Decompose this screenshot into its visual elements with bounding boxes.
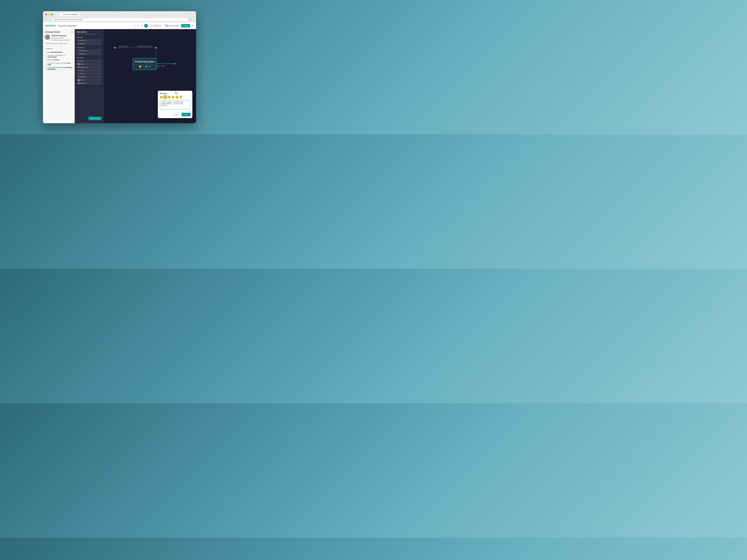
detail-info-chevron: › xyxy=(45,48,45,50)
app-title: Customer Heartbeat xyxy=(58,25,76,27)
reaction-popup-title: Reaction xyxy=(160,92,190,95)
emoji-neutral[interactable]: 😐 xyxy=(160,96,163,99)
svg-text:Product Description: Product Description xyxy=(137,45,152,47)
channel-title: Channel xyxy=(77,36,82,38)
touchpoint-section: Touchpoint ⓘ → Proceed to... ↩ Return to… xyxy=(77,47,102,55)
close-button[interactable]: ✕ xyxy=(191,24,194,27)
sidebar-step-event[interactable]: ˅ I enter Event/Fair/Expo xyxy=(45,51,73,53)
reaction-action-buttons: Cancel Confirm xyxy=(160,113,190,116)
step-chevron-1: ˅ xyxy=(45,51,46,53)
channel-section: Channel ⓘ ↪ Redirect to... ⇄ Switch to..… xyxy=(77,36,102,45)
app-body: Customer Details ✏ Technical Engineer Ne… xyxy=(43,29,196,123)
customer-quote: "I want to buy circular spare parts." xyxy=(45,43,73,46)
sidebar-step-product-desc: I proceed to browse through Product Desc… xyxy=(46,66,73,70)
product-description-card[interactable]: Product Description 😊 T 🔗 ⊡ xyxy=(133,58,157,70)
end-journey-button[interactable]: End Journey xyxy=(88,116,102,120)
sidebar-title: Customer Details xyxy=(45,31,60,33)
emoji-happy[interactable]: 😊 xyxy=(163,96,167,99)
edit-icon[interactable]: ✏ xyxy=(71,31,73,33)
step-label-1: I enter Event/Fair/Expo xyxy=(46,51,62,53)
request-button[interactable]: 📨 Request... xyxy=(77,82,102,85)
interaction-info-icon: ⓘ xyxy=(100,57,102,59)
emoji-angry[interactable]: 😠 xyxy=(175,96,179,99)
browser-window: Customer Heartbeat ‹ › ⟳ SIEMENS Custome… xyxy=(43,11,196,123)
siemens-logo: SIEMENS xyxy=(45,24,56,27)
node-toolbar: 😊 T 🔗 ⊡ xyxy=(135,64,155,68)
emoji-frustrated[interactable]: 😤 xyxy=(179,96,182,99)
remove-step-button[interactable]: ✕ xyxy=(71,68,73,70)
reaction-textarea[interactable]: I feel happy, because the information is… xyxy=(160,100,190,109)
header-left: SIEMENS Customer Heartbeat xyxy=(45,24,76,27)
reaction-confirm-button[interactable]: Confirm xyxy=(182,113,190,116)
reaction-char-count: 59 / 120 xyxy=(160,111,190,112)
svg-text:Home Page: Home Page xyxy=(156,65,165,67)
refresh-button[interactable]: ⟳ xyxy=(189,19,191,21)
copy-link-button[interactable]: 📋 Copy Link xyxy=(149,24,163,27)
app-content: SIEMENS Customer Heartbeat ? ↩ ↪ JD 📋 Co… xyxy=(43,22,196,123)
customer-avatar xyxy=(45,34,50,40)
link-tool-button[interactable]: 🔗 xyxy=(145,65,148,68)
header-right: ? ↩ ↪ JD 📋 Copy Link 💾 Save as Draft Pub… xyxy=(133,24,194,28)
sidebar-step-siemens[interactable]: ˅ I switch to Siemens xyxy=(45,59,73,61)
fill-out-button[interactable]: ✏ Fill out... xyxy=(77,69,102,72)
engage-button[interactable]: 🤝 Engage with... xyxy=(77,66,102,69)
emoji-meh[interactable]: 😑 xyxy=(168,96,171,99)
submit-button[interactable]: ↑ Submit... xyxy=(77,72,102,75)
active-browser-tab[interactable]: Customer Heartbeat xyxy=(60,13,80,16)
sidebar-header: Customer Details ✏ xyxy=(45,31,73,33)
svg-point-1 xyxy=(114,47,116,49)
undo-button[interactable]: ↩ xyxy=(137,24,139,27)
switch-button[interactable]: ⇄ Switch to... xyxy=(77,42,102,45)
save-draft-button[interactable]: 💾 Save as Draft xyxy=(164,24,180,27)
publish-button[interactable]: Publish xyxy=(181,24,190,27)
close-traffic-light[interactable] xyxy=(45,14,47,15)
step-label-2: I switch to Siemens xyxy=(46,59,59,61)
customer-sidebar: Customer Details ✏ Technical Engineer Ne… xyxy=(43,29,75,123)
copy-link-icon: 📋 xyxy=(151,25,153,27)
read-button[interactable]: 📖 Read... xyxy=(77,63,102,65)
view-button[interactable]: 👁 View... xyxy=(77,59,102,62)
forward-button[interactable]: › xyxy=(50,19,52,21)
back-button[interactable]: ‹ xyxy=(47,19,49,21)
product-desc-title: Product Description xyxy=(135,60,155,63)
detail-info-item[interactable]: › Detail Info xyxy=(45,47,73,50)
browser-chrome: Customer Heartbeat ‹ › ⟳ xyxy=(43,11,196,22)
emoji-sad[interactable]: 😞 xyxy=(172,96,175,99)
text-tool-button[interactable]: T xyxy=(143,65,144,68)
redo-button[interactable]: ↪ xyxy=(140,24,143,27)
maximize-traffic-light[interactable] xyxy=(51,14,53,15)
touchpoint-title: Touchpoint xyxy=(77,47,85,48)
return-button[interactable]: ↩ Return to... xyxy=(77,52,102,55)
sidebar-step-conversation: I proceed to participate in a Conversati… xyxy=(46,54,73,58)
step-chevron-2: ˅ xyxy=(45,59,46,61)
journey-canvas: Next Action What's your customer doing n… xyxy=(75,29,196,123)
minimize-traffic-light[interactable] xyxy=(48,14,50,15)
help-button[interactable]: ? xyxy=(133,24,135,27)
reaction-cancel-button[interactable]: Cancel xyxy=(172,113,180,116)
svg-text:Conversation: Conversation xyxy=(119,45,128,47)
panel-title: Next Action xyxy=(77,31,102,33)
interaction-title: Interaction xyxy=(77,57,84,59)
emoji-tool-button[interactable]: 😊 xyxy=(139,65,141,68)
download-button[interactable]: ↓ Download... xyxy=(77,75,102,78)
url-input[interactable] xyxy=(52,18,188,21)
panel-subtitle: What's your customer doing next? xyxy=(77,33,102,35)
next-action-panel: Next Action What's your customer doing n… xyxy=(75,29,104,123)
attend-button[interactable]: 📅 Attend... xyxy=(77,79,102,81)
crop-tool-button[interactable]: ⊡ xyxy=(149,65,151,68)
reaction-popup: Reaction 😐 😊 😑 😞 😠 😤 I feel happy, becau… xyxy=(158,91,192,118)
channel-info-icon: ⓘ xyxy=(100,36,102,38)
reaction-emojis-row: 😐 😊 😑 😞 😠 😤 xyxy=(160,96,190,99)
save-icon: 💾 xyxy=(165,25,168,27)
redirect-button[interactable]: ↪ Redirect to... xyxy=(77,39,102,42)
customer-info: Technical Engineer New End Customer Food… xyxy=(51,34,70,41)
address-bar: ‹ › ⟳ xyxy=(45,17,194,22)
customer-profile: Technical Engineer New End Customer Food… xyxy=(45,34,73,41)
app-header: SIEMENS Customer Heartbeat ? ↩ ↪ JD 📋 Co… xyxy=(43,22,196,29)
svg-point-8 xyxy=(174,63,176,64)
touchpoint-info-icon: ⓘ xyxy=(100,47,102,49)
proceed-button[interactable]: → Proceed to... xyxy=(77,49,102,52)
interaction-section: Interaction ⓘ 👁 View... 📖 Read... 🤝 Enga… xyxy=(77,57,102,85)
user-avatar: JD xyxy=(144,24,148,28)
sidebar-step-homepage: I proceed to browse through Home Page xyxy=(46,62,73,66)
